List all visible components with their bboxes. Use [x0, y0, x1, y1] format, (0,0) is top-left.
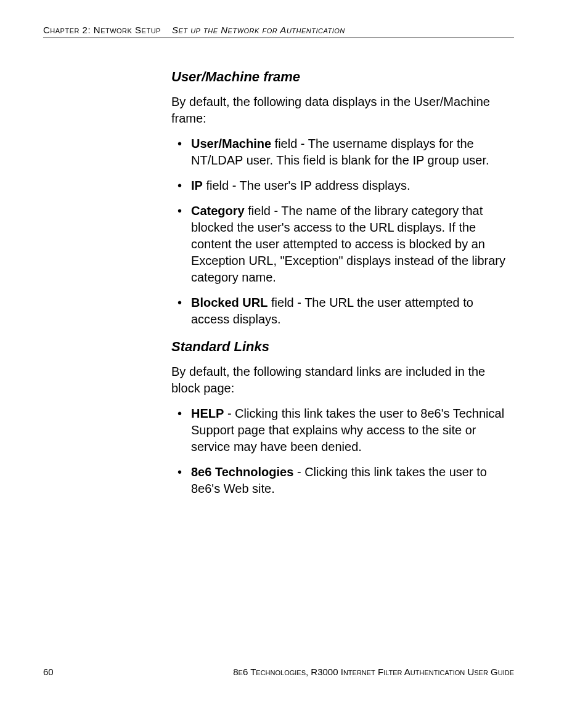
list-item-bold: Category [191, 204, 245, 217]
header-line: Chapter 2: Network SetupSet up the Netwo… [43, 25, 514, 38]
section2-intro: By default, the following standard links… [171, 363, 514, 397]
page-header: Chapter 2: Network SetupSet up the Netwo… [43, 25, 514, 38]
list-item-bold: HELP [191, 407, 224, 420]
document-page: Chapter 2: Network SetupSet up the Netwo… [0, 0, 588, 714]
list-item-text: field - The user's IP address displays. [203, 179, 410, 192]
list-item: User/Machine field - The username displa… [171, 136, 514, 169]
page-footer: 60 8e6 Technologies, R3000 Internet Filt… [43, 667, 514, 677]
list-item: 8e6 Technologies - Clicking this link ta… [171, 464, 514, 497]
list-item-bold: Blocked URL [191, 296, 267, 309]
header-section: Set up the Network for Authentication [172, 25, 345, 35]
list-item-bold: IP [191, 179, 203, 192]
list-item: HELP - Clicking this link takes the user… [171, 405, 514, 455]
header-chapter: Chapter 2: Network Setup [43, 25, 161, 35]
list-item: Category field - The name of the library… [171, 203, 514, 286]
section1-heading: User/Machine frame [171, 69, 514, 85]
section1-intro: By default, the following data displays … [171, 94, 514, 127]
list-item-text: - Clicking this link takes the user to 8… [191, 407, 504, 453]
content-area: User/Machine frame By default, the follo… [171, 62, 514, 508]
list-item: Blocked URL field - The URL the user att… [171, 294, 514, 328]
page-number: 60 [43, 667, 54, 677]
section2-list: HELP - Clicking this link takes the user… [171, 405, 514, 497]
list-item-bold: User/Machine [191, 137, 271, 150]
list-item: IP field - The user's IP address display… [171, 177, 514, 194]
list-item-bold: 8e6 Technologies [191, 465, 293, 479]
section2-heading: Standard Links [171, 339, 514, 355]
footer-book-title: 8e6 Technologies, R3000 Internet Filter … [233, 667, 514, 677]
section1-list: User/Machine field - The username displa… [171, 136, 514, 328]
